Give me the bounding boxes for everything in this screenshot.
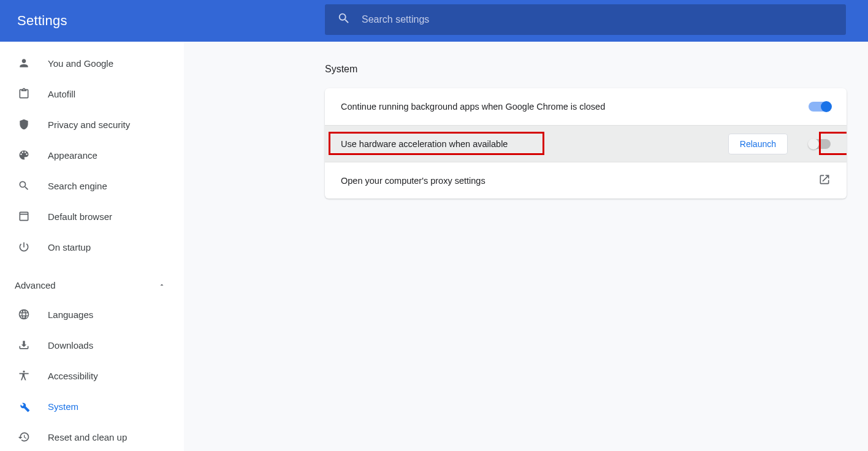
sidebar-item-label: You and Google <box>48 58 113 69</box>
row-background-apps-label: Continue running background apps when Go… <box>341 102 809 112</box>
sidebar-item-label: Default browser <box>48 211 112 222</box>
sidebar-item-on-startup[interactable]: On startup <box>0 232 184 262</box>
sidebar-item-autofill[interactable]: Autofill <box>0 78 184 109</box>
sidebar-item-label: Privacy and security <box>48 119 130 130</box>
search-icon <box>337 12 362 28</box>
toggle-background-apps[interactable] <box>809 102 831 112</box>
sidebar-item-label: Downloads <box>48 340 93 351</box>
chevron-up-icon <box>158 280 166 290</box>
shield-icon <box>17 118 31 131</box>
browser-icon <box>17 210 31 223</box>
sidebar-item-label: Reset and clean up <box>48 432 127 442</box>
search-input[interactable] <box>362 14 834 25</box>
page-title: System <box>325 64 846 75</box>
row-background-apps: Continue running background apps when Go… <box>325 88 847 125</box>
settings-main: System Continue running background apps … <box>184 42 868 451</box>
sidebar-item-label: Autofill <box>48 89 75 99</box>
app-title: Settings <box>17 13 67 29</box>
sidebar-item-label: Search engine <box>48 181 107 191</box>
sidebar-item-appearance[interactable]: Appearance <box>0 140 184 170</box>
restore-icon <box>17 430 31 444</box>
search-settings-box[interactable] <box>325 4 846 35</box>
settings-sidebar: You and GoogleAutofillPrivacy and securi… <box>0 42 184 451</box>
row-hardware-acceleration: Use hardware acceleration when available… <box>325 125 847 162</box>
clipboard-icon <box>17 87 31 100</box>
open-external-icon <box>818 173 831 188</box>
search-icon <box>17 179 31 192</box>
sidebar-item-privacy[interactable]: Privacy and security <box>0 109 184 140</box>
palette-icon <box>17 148 31 162</box>
sidebar-item-label: Accessibility <box>48 371 98 381</box>
row-hardware-acceleration-label: Use hardware acceleration when available <box>341 139 728 149</box>
globe-icon <box>17 308 31 321</box>
system-settings-card: Continue running background apps when Go… <box>325 88 847 199</box>
advanced-section-label: Advanced <box>15 280 56 290</box>
sidebar-item-label: On startup <box>48 242 91 252</box>
row-proxy-settings-label: Open your computer's proxy settings <box>341 176 818 186</box>
row-proxy-settings[interactable]: Open your computer's proxy settings <box>325 162 847 199</box>
sidebar-item-languages[interactable]: Languages <box>0 299 184 330</box>
sidebar-item-downloads[interactable]: Downloads <box>0 330 184 360</box>
sidebar-item-label: System <box>48 401 78 412</box>
relaunch-button[interactable]: Relaunch <box>728 134 788 154</box>
sidebar-item-label: Appearance <box>48 150 97 161</box>
sidebar-item-system[interactable]: System <box>0 391 184 422</box>
sidebar-item-default-browser[interactable]: Default browser <box>0 201 184 232</box>
advanced-section-header[interactable]: Advanced <box>0 271 184 299</box>
sidebar-item-search-engine[interactable]: Search engine <box>0 170 184 201</box>
sidebar-item-accessibility[interactable]: Accessibility <box>0 360 184 391</box>
wrench-icon <box>17 400 31 413</box>
accessibility-icon <box>17 369 31 382</box>
person-icon <box>17 56 31 70</box>
sidebar-item-you-and-google[interactable]: You and Google <box>0 48 184 78</box>
toggle-hardware-acceleration[interactable] <box>809 139 831 149</box>
sidebar-item-label: Languages <box>48 309 93 320</box>
download-icon <box>17 338 31 352</box>
sidebar-item-reset[interactable]: Reset and clean up <box>0 422 184 451</box>
power-icon <box>17 240 31 254</box>
